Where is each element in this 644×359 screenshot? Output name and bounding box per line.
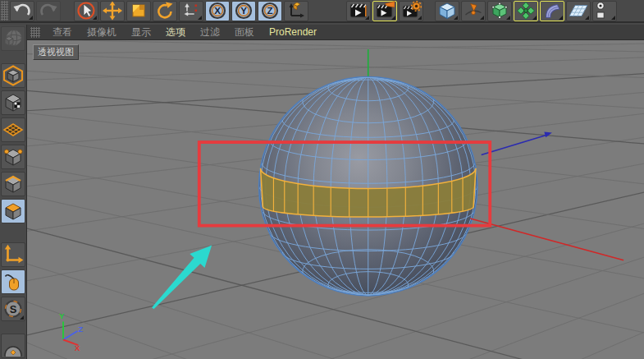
rotate-icon	[154, 1, 176, 21]
move-tool[interactable]	[100, 1, 125, 21]
perspective-viewport[interactable]: YZX 透视视图	[27, 40, 644, 359]
lock-z-axis-button[interactable]: Z	[258, 1, 282, 21]
viewport-scene: YZX	[27, 40, 644, 359]
viewport-solo-button[interactable]	[1, 269, 25, 294]
flyout-corner-icon	[93, 16, 97, 20]
enable-axis-button[interactable]	[1, 242, 25, 267]
menu-view[interactable]: 查看	[45, 25, 80, 40]
coords-icon	[285, 1, 307, 21]
workplane-icon	[2, 119, 24, 140]
svg-text:S: S	[10, 303, 17, 315]
toolbar-gap	[425, 0, 435, 21]
deformers-button[interactable]	[514, 1, 538, 21]
left-mode-toolbar: S	[0, 25, 27, 359]
mouse-icon	[2, 271, 24, 292]
pointsmode-icon	[2, 146, 24, 168]
coordinate-system-button[interactable]	[284, 1, 308, 21]
camera-scene-button[interactable]	[592, 1, 617, 21]
partial-tool-button[interactable]	[1, 334, 25, 358]
last-used-tool[interactable]	[179, 1, 203, 21]
svg-text:Y: Y	[240, 6, 247, 16]
flyout-corner-icon	[198, 16, 202, 20]
make-editable-button[interactable]	[1, 26, 25, 51]
flyout-corner-icon	[480, 16, 484, 20]
flyout-corner-icon	[506, 16, 510, 20]
toolbar-gap	[62, 0, 74, 21]
model-mode-button[interactable]	[1, 63, 25, 88]
undo-button[interactable]	[10, 1, 34, 21]
polygons-mode-button[interactable]	[1, 199, 25, 223]
render-picture-viewer-button[interactable]	[372, 1, 397, 21]
modelmode-icon	[2, 65, 24, 86]
spline-pen-button[interactable]	[461, 1, 486, 21]
axislock-icon: X	[207, 1, 228, 21]
texture-mode-button[interactable]	[1, 90, 25, 115]
viewport-menu-bar: 查看摄像机显示选项过滤面板ProRender	[27, 25, 644, 40]
add-primitive-button[interactable]	[435, 1, 459, 21]
toolbar-drag-handle[interactable]	[1, 1, 8, 21]
move-icon	[102, 1, 123, 21]
live-selection-tool[interactable]	[74, 1, 98, 21]
toolbar-gap	[310, 0, 346, 21]
flyout-corner-icon	[585, 16, 589, 20]
menu-display[interactable]: 显示	[124, 25, 158, 40]
workplane-mode-button[interactable]	[1, 117, 25, 142]
flyout-corner-icon	[454, 16, 458, 20]
generators-button[interactable]	[487, 1, 512, 21]
flyout-corner-icon	[532, 16, 537, 20]
flyout-corner-icon	[418, 16, 422, 20]
top-toolbar: XYZ	[0, 0, 644, 23]
scale-tool[interactable]	[126, 1, 151, 21]
texturemode-icon	[2, 92, 24, 113]
scale-icon	[128, 1, 149, 21]
lock-y-axis-button[interactable]: Y	[231, 1, 256, 21]
redo-icon	[38, 1, 59, 21]
menu-filter[interactable]: 过滤	[193, 25, 227, 40]
flyout-corner-icon	[559, 16, 563, 20]
gizmo-z-label: Z	[78, 324, 83, 334]
flyout-corner-icon	[365, 16, 369, 20]
svg-text:Z: Z	[267, 6, 272, 16]
render-view-button[interactable]	[346, 1, 371, 21]
flyout-corner-icon	[391, 16, 395, 20]
render-settings-button[interactable]	[399, 1, 423, 21]
bend-deformer-button[interactable]	[540, 1, 564, 21]
menu-prorender[interactable]: ProRender	[262, 25, 324, 40]
edgesmode-icon	[2, 173, 24, 195]
polysmode-icon	[2, 200, 24, 222]
snap-settings-button[interactable]: S	[1, 297, 25, 321]
lock-x-axis-button[interactable]: X	[205, 1, 230, 21]
environment-button[interactable]	[566, 1, 591, 21]
viewport-label: 透视视图	[33, 44, 79, 60]
axislock-icon: Y	[233, 1, 254, 21]
edges-mode-button[interactable]	[1, 172, 25, 196]
menu-options[interactable]: 选项	[158, 25, 193, 40]
rotate-tool[interactable]	[153, 1, 177, 21]
flyout-corner-icon	[29, 16, 33, 20]
gizmo-x-label: X	[75, 343, 80, 352]
menu-drag-handle[interactable]	[30, 27, 40, 38]
enableaxis-icon	[2, 244, 24, 265]
cinema4d-window: XYZ 查看摄像机显示选项过滤面板ProRender S YZX 透视视图	[0, 0, 644, 359]
flyout-corner-icon	[20, 315, 24, 320]
partial-icon	[2, 335, 24, 357]
flyout-corner-icon	[611, 16, 615, 20]
makeeditable-icon	[2, 28, 24, 49]
axislock-icon: Z	[259, 1, 281, 21]
menu-camera[interactable]: 摄像机	[80, 25, 124, 40]
points-mode-button[interactable]	[1, 145, 25, 169]
svg-text:X: X	[214, 6, 221, 16]
gizmo-y-label: Y	[59, 311, 65, 320]
redo-button[interactable]	[36, 1, 61, 21]
menu-panel[interactable]: 面板	[227, 25, 262, 40]
